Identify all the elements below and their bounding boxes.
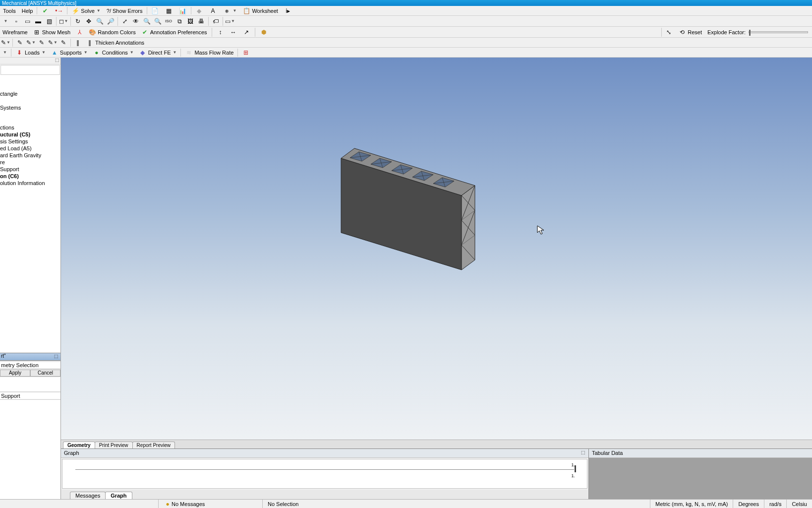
env-button[interactable]: ▼ xyxy=(0,50,9,55)
print-button[interactable]: 🖶 xyxy=(196,16,206,26)
edge-2-button[interactable]: ✎ xyxy=(15,38,25,48)
tb-btn-4[interactable]: ◆ xyxy=(192,6,206,15)
tree-node[interactable]: ctions xyxy=(0,124,60,131)
tb-btn-6[interactable]: ⎈▼ xyxy=(220,6,240,15)
pin-icon[interactable]: ⬚ xyxy=(55,58,59,63)
edge-select-button[interactable]: ▭ xyxy=(22,16,32,26)
graph-canvas[interactable]: 1. 1. xyxy=(62,459,587,489)
tab-report-preview[interactable]: Report Preview xyxy=(132,442,175,448)
tab-print-preview[interactable]: Print Preview xyxy=(95,442,133,448)
directfe-icon: ◆ xyxy=(139,49,147,57)
conditions-button[interactable]: ●Conditions▼ xyxy=(90,49,136,57)
worksheet-button[interactable]: 📋Worksheet xyxy=(239,6,281,15)
viewport-3d[interactable]: + xyxy=(61,58,812,440)
edge-4-button[interactable]: ✎ xyxy=(37,38,47,48)
assembly-button[interactable]: ⬢ xyxy=(257,28,270,36)
axis-x-button[interactable]: ↕ xyxy=(214,28,227,36)
tag-button[interactable]: 🏷 xyxy=(211,16,221,26)
tabular-body[interactable] xyxy=(589,458,812,499)
outline-tree[interactable]: ctangle Systems ctions uctural (C5) sis … xyxy=(0,75,60,353)
solve-button[interactable]: ⚡Solve▼ xyxy=(68,6,103,15)
tb-btn-3[interactable]: 📊 xyxy=(176,6,190,15)
tree-node[interactable]: ctangle xyxy=(0,90,60,97)
image-button[interactable]: 🖼 xyxy=(185,16,195,26)
boxzoom-button[interactable]: 🔎 xyxy=(106,16,116,26)
detail-row-buttons: Apply Cancel xyxy=(0,369,60,377)
thicken-button[interactable]: ‖Thicken Annotations xyxy=(83,39,147,47)
show-errors-button[interactable]: ?/ Show Errors xyxy=(104,6,146,15)
status-rads: rad/s xyxy=(764,500,787,508)
random-colors-button[interactable]: 🎨Random Colors xyxy=(86,28,138,36)
mesh-toggle-button[interactable]: ⅄ xyxy=(73,28,86,36)
selinfo-button[interactable]: i▸ xyxy=(281,6,295,15)
cancel-button[interactable]: Cancel xyxy=(30,370,60,377)
tb-btn-1[interactable]: 📄 xyxy=(148,6,162,15)
menu-tools[interactable]: Tools xyxy=(0,6,19,15)
iso-button[interactable]: ISO xyxy=(164,16,174,26)
tree-node[interactable]: re xyxy=(0,159,60,166)
views-button[interactable]: ⧉ xyxy=(174,16,184,26)
graph-title: Graph xyxy=(64,450,79,456)
fit-button[interactable]: ⤢ xyxy=(120,16,130,26)
pan-button[interactable]: ✥ xyxy=(84,16,94,26)
tab-graph[interactable]: Graph xyxy=(105,492,132,499)
tab-geometry[interactable]: Geometry xyxy=(63,442,95,448)
zoom-button[interactable]: 🔍 xyxy=(95,16,105,26)
rotate-button[interactable]: ↻ xyxy=(73,16,83,26)
geometry-model xyxy=(336,146,480,275)
tb-btn-2[interactable]: ▦ xyxy=(162,6,176,15)
explode-factor-label: Explode Factor: xyxy=(707,29,746,35)
edge-5-button[interactable]: ✎▼ xyxy=(48,38,58,48)
edge-1-button[interactable]: ✎▼ xyxy=(0,38,10,48)
edge-icon: ▭ xyxy=(23,17,31,25)
zoomall-button[interactable]: 🔍 xyxy=(142,16,152,26)
conditions-icon: ● xyxy=(93,49,101,57)
loads-button[interactable]: ⬇Loads▼ xyxy=(13,49,48,57)
show-mesh-button[interactable]: ⊞Show Mesh xyxy=(30,28,73,36)
body-select-button[interactable]: ▧ xyxy=(44,16,54,26)
tree-node[interactable]: Systems xyxy=(0,104,60,111)
reset-button[interactable]: ⟲Reset xyxy=(676,28,704,36)
direct-fe-button[interactable]: ◆Direct FE▼ xyxy=(136,49,179,57)
axis-z-button[interactable]: ↗ xyxy=(240,28,253,36)
edge-3-button[interactable]: ✎▼ xyxy=(26,38,36,48)
tree-node[interactable]: sis Settings xyxy=(0,138,60,145)
vertex-select-button[interactable]: ▫ xyxy=(11,16,21,26)
clip-button[interactable]: ▭▼ xyxy=(225,16,235,26)
tb-btn-5[interactable]: A xyxy=(206,6,220,15)
tree-node[interactable]: olution Information xyxy=(0,180,60,187)
pin-icon[interactable]: ⬚ xyxy=(54,354,58,359)
select-mode-button[interactable]: ▼ xyxy=(0,16,10,26)
solve-label: Solve xyxy=(81,8,95,14)
wireframe-button[interactable]: Wireframe xyxy=(0,29,30,35)
edge-6-button[interactable]: ✎ xyxy=(58,38,68,48)
detail-scope-value[interactable]: metry Selection xyxy=(0,362,60,368)
image-icon: 🖼 xyxy=(186,17,194,25)
tree-node[interactable]: ard Earth Gravity xyxy=(0,152,60,159)
explode-slider[interactable] xyxy=(749,31,808,33)
tree-node[interactable]: on (C6) xyxy=(0,173,60,180)
supports-button[interactable]: ▲Supports▼ xyxy=(48,49,90,57)
tab-messages[interactable]: Messages xyxy=(70,492,106,499)
explode-icon[interactable]: ⤡ xyxy=(665,28,673,36)
lookat-button[interactable]: 👁 xyxy=(131,16,141,26)
bc-button[interactable]: ⊞ xyxy=(239,49,252,57)
outline-filter-input[interactable] xyxy=(0,65,60,75)
face-select-button[interactable]: ▬ xyxy=(33,16,43,26)
boxzoom-icon: 🔎 xyxy=(107,17,115,25)
size-button[interactable]: ‖ xyxy=(73,38,83,48)
check-button[interactable]: ✔ xyxy=(38,6,52,15)
pin-icon[interactable]: ⬚ xyxy=(581,450,585,455)
annotation-prefs-button[interactable]: ✔Annotation Preferences xyxy=(138,28,210,36)
menu-help[interactable]: Help xyxy=(19,6,36,15)
show-errors-label: ?/ Show Errors xyxy=(107,8,143,14)
prev-view-button[interactable]: 🔍 xyxy=(153,16,163,26)
tree-node[interactable]: Support xyxy=(0,166,60,173)
box-select-button[interactable]: ◻▼ xyxy=(58,16,68,26)
tree-node[interactable]: ed Load (A5) xyxy=(0,145,60,152)
dropdown-icon: ▼ xyxy=(4,19,8,23)
step-button[interactable]: •→ xyxy=(52,6,66,15)
tree-node[interactable]: uctural (C5) xyxy=(0,131,60,138)
apply-button[interactable]: Apply xyxy=(0,370,30,377)
axis-y-button[interactable]: ↔ xyxy=(227,28,240,36)
